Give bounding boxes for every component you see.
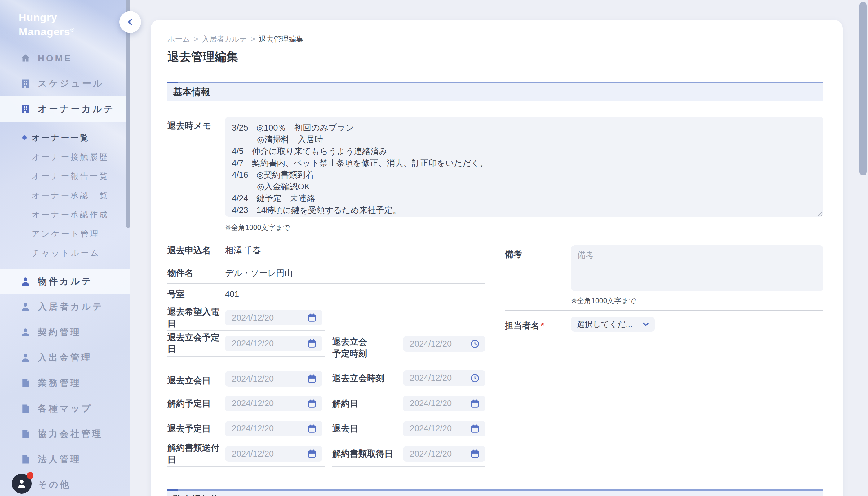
date-field-stacks: 号室 401 退去希望入電日 2024/12/20 — [167, 284, 485, 467]
sidebar-item-business-management[interactable]: 業務管理 — [0, 370, 130, 396]
sidebar-scrollbar-thumb[interactable] — [126, 0, 130, 228]
section-header-basic-info: 基本情報 — [167, 81, 823, 101]
calendar-icon — [307, 339, 317, 348]
date-input[interactable]: 2024/12/20 — [225, 336, 322, 351]
brand-logo: Hungry Managers® — [19, 11, 75, 38]
breadcrumb-link-resident-karte[interactable]: 入居者カルテ — [202, 34, 247, 44]
field-row-cancellation-date: 解約日 2024/12/20 — [332, 391, 485, 416]
date-input[interactable]: 2024/12/20 — [225, 371, 322, 387]
sidebar-item-label: 各種マップ — [38, 402, 93, 415]
field-row-cancellation-docs-sent-date: 解約書類送付日 2024/12/20 — [167, 441, 325, 467]
building-icon — [20, 104, 31, 115]
sidebar-item-label: 契約管理 — [38, 326, 81, 339]
date-input[interactable]: 2024/12/20 — [225, 446, 322, 462]
date-placeholder: 2024/12/20 — [232, 339, 274, 348]
breadcrumb-current: 退去管理編集 — [259, 34, 304, 44]
time-placeholder: 2024/12/20 — [410, 373, 452, 383]
breadcrumb-link-home[interactable]: ホーム — [167, 34, 190, 44]
page-scrollbar-thumb[interactable] — [859, 2, 867, 175]
sidebar-subitem-owner-list[interactable]: オーナー一覧 — [0, 128, 130, 147]
main-panel: ホーム > 入居者カルテ > 退去管理編集 退去管理編集 基本情報 退去時メモ … — [151, 20, 842, 496]
calendar-icon — [307, 424, 317, 434]
time-input[interactable]: 2024/12/20 — [403, 370, 485, 386]
sidebar-subitem-owner-approval-list[interactable]: オーナー承認一覧 — [0, 186, 130, 205]
sidebar-subitem-survey-management[interactable]: アンケート管理 — [0, 224, 130, 243]
sidebar-item-label: 法人管理 — [38, 453, 81, 466]
notification-dot — [27, 472, 33, 479]
field-label: 退去希望入電日 — [167, 306, 225, 329]
field-row-moveout-inspection-date: 退去立会日 2024/12/20 — [167, 357, 325, 391]
sidebar-item-maps[interactable]: 各種マップ — [0, 396, 130, 421]
document-icon — [20, 454, 31, 465]
field-row-remarks: 備考 — [505, 238, 823, 291]
sidebar-subitem-owner-report-list[interactable]: オーナー報告一覧 — [0, 167, 130, 186]
date-input[interactable]: 2024/12/20 — [225, 310, 322, 326]
sidebar-item-property-karte[interactable]: 物件カルテ — [0, 269, 130, 294]
field-label: 退去予定日 — [167, 423, 225, 435]
sidebar-item-contract-management[interactable]: 契約管理 — [0, 320, 130, 345]
sidebar-item-home[interactable]: HOME — [0, 46, 130, 71]
breadcrumb-separator: > — [194, 35, 198, 43]
field-label: 解約書類送付日 — [167, 442, 225, 466]
brand-line2: Managers — [19, 26, 71, 37]
time-input[interactable]: 2024/12/20 — [403, 336, 485, 352]
sidebar-subitem-label: チャットルーム — [32, 248, 100, 259]
sidebar-item-label: 協力会社管理 — [38, 428, 103, 440]
date-input[interactable]: 2024/12/20 — [403, 446, 485, 462]
sidebar-subitem-label: オーナー一覧 — [32, 133, 90, 143]
owner-submenu: オーナー一覧 オーナー接触履歴 オーナー報告一覧 オーナー承認一覧 オーナー承認… — [0, 122, 130, 269]
remarks-textarea[interactable] — [571, 245, 823, 291]
sidebar-item-schedule[interactable]: スケジュール — [0, 71, 130, 96]
date-stack-left: 号室 401 退去希望入電日 2024/12/20 — [167, 284, 325, 467]
sidebar-item-owner-karte[interactable]: オーナーカルテ — [0, 96, 130, 122]
registered-mark: ® — [71, 27, 75, 33]
sidebar-subitem-owner-contact-history[interactable]: オーナー接触履歴 — [0, 147, 130, 167]
field-row-applicant-name: 退去申込名 相澤 千春 — [167, 238, 485, 263]
calendar-icon — [470, 424, 480, 434]
field-label-line2: 予定時刻 — [332, 349, 367, 358]
moveout-memo-wrap: 3/25 ◎100％ 初回のみプラン ◎清掃料 入居時 4/5 仲介に取り来ても… — [225, 117, 823, 218]
calendar-icon — [307, 374, 317, 384]
field-label: 退去時メモ — [167, 117, 225, 218]
building-icon — [20, 78, 31, 89]
date-input[interactable]: 2024/12/20 — [403, 421, 485, 436]
field-value: 401 — [225, 290, 239, 299]
active-bullet-icon — [22, 136, 27, 140]
date-placeholder: 2024/12/20 — [232, 374, 274, 384]
user-avatar[interactable] — [12, 474, 32, 494]
moveout-memo-row: 退去時メモ 3/25 ◎100％ 初回のみプラン ◎清掃料 入居時 4/5 仲介… — [167, 117, 823, 218]
clock-icon — [470, 339, 480, 349]
date-placeholder: 2024/12/20 — [232, 313, 274, 323]
moveout-memo-textarea[interactable]: 3/25 ◎100％ 初回のみプラン ◎清掃料 入居時 4/5 仲介に取り来ても… — [225, 117, 823, 217]
form-columns: 退去申込名 相澤 千春 物件名 デル・ソーレ円山 号室 401 — [167, 238, 823, 467]
sidebar-item-label: 物件カルテ — [38, 275, 93, 288]
manager-select[interactable]: 選択してくだ... — [571, 317, 655, 332]
sidebar-item-corporate-management[interactable]: 法人管理 — [0, 447, 130, 472]
user-icon — [20, 301, 31, 312]
sidebar-collapse-button[interactable] — [119, 11, 141, 33]
field-label: 退去日 — [332, 423, 403, 435]
sidebar-subitem-chat-room[interactable]: チャットルーム — [0, 243, 130, 263]
sidebar-item-payment-management[interactable]: 入出金管理 — [0, 345, 130, 370]
field-label: 担当者名* — [505, 317, 571, 332]
date-input[interactable]: 2024/12/20 — [225, 421, 322, 436]
date-input[interactable]: 2024/12/20 — [225, 396, 322, 412]
field-value: 相澤 千春 — [225, 245, 261, 256]
date-input[interactable]: 2024/12/20 — [403, 396, 485, 412]
calendar-icon — [470, 449, 480, 459]
manager-label-text: 担当者名 — [505, 321, 539, 330]
remarks-char-limit-note: ※全角1000文字まで — [571, 296, 823, 306]
sidebar-item-partner-company-management[interactable]: 協力会社管理 — [0, 421, 130, 447]
sidebar-item-label: その他 — [38, 479, 71, 491]
clock-icon — [470, 373, 480, 383]
sidebar-item-resident-karte[interactable]: 入居者カルテ — [0, 294, 130, 320]
field-row-cancellation-docs-received-date: 解約書類取得日 2024/12/20 — [332, 441, 485, 467]
field-row-moveout-planned-date: 退去予定日 2024/12/20 — [167, 416, 325, 441]
field-row-room-number: 号室 401 — [167, 284, 325, 305]
user-icon — [20, 352, 31, 363]
calendar-icon — [470, 399, 480, 408]
section-header-parking-contract: 駐車場契約 — [167, 489, 823, 496]
field-label: 解約予定日 — [167, 398, 225, 409]
sidebar-subitem-owner-approval-create[interactable]: オーナー承認作成 — [0, 205, 130, 224]
field-row-moveout-inspection-time: 退去立会時刻 2024/12/20 — [332, 366, 485, 391]
